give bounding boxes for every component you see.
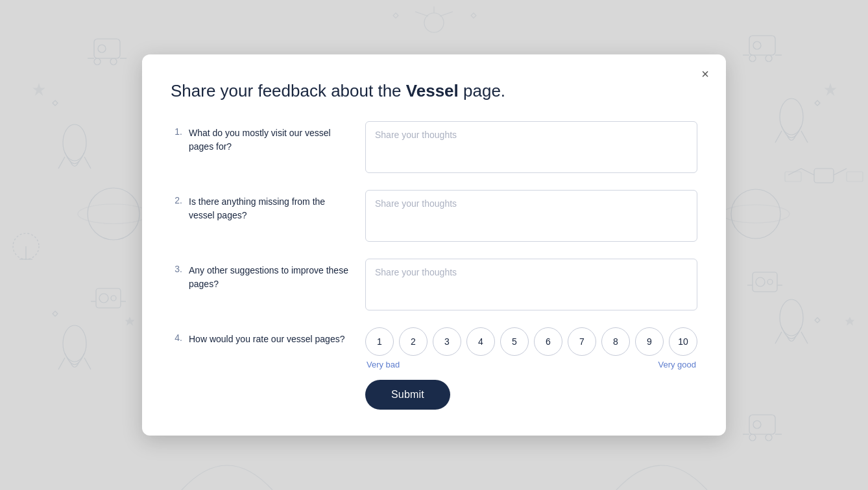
question-3-right: [365, 259, 697, 313]
modal-overlay: × Share your feedback about the Vessel p…: [0, 0, 868, 490]
rating-circles: 12345678910: [365, 327, 697, 356]
rating-circle-10[interactable]: 10: [669, 327, 697, 356]
submit-button[interactable]: Submit: [365, 380, 450, 410]
rating-circle-5[interactable]: 5: [500, 327, 529, 356]
rating-left: 4. How would you rate our vessel pages?: [171, 327, 352, 346]
title-bold: Vessel: [406, 81, 459, 100]
rating-number: 4.: [171, 332, 182, 343]
title-suffix: page.: [459, 81, 505, 100]
rating-text: How would you rate our vessel pages?: [189, 332, 344, 346]
rating-circle-9[interactable]: 9: [635, 327, 664, 356]
modal-title: Share your feedback about the Vessel pag…: [171, 80, 697, 102]
rating-section: 4. How would you rate our vessel pages? …: [171, 327, 697, 369]
rating-label-low: Very bad: [367, 360, 400, 369]
rating-labels: Very bad Very good: [365, 360, 697, 369]
question-3-row: 3. Any other suggestions to improve thes…: [171, 259, 697, 313]
question-1-left: 1. What do you mostly visit our vessel p…: [171, 121, 352, 154]
rating-circle-6[interactable]: 6: [534, 327, 562, 356]
question-1-input[interactable]: [365, 121, 697, 173]
rating-circle-4[interactable]: 4: [466, 327, 495, 356]
question-3-number: 3.: [171, 264, 182, 274]
close-button[interactable]: ×: [697, 65, 713, 83]
rating-circle-3[interactable]: 3: [433, 327, 461, 356]
question-2-number: 2.: [171, 195, 182, 205]
question-2-input[interactable]: [365, 190, 697, 242]
question-1-row: 1. What do you mostly visit our vessel p…: [171, 121, 697, 176]
rating-right: 12345678910 Very bad Very good: [365, 327, 697, 369]
submit-area: Submit: [171, 380, 697, 410]
rating-circle-2[interactable]: 2: [399, 327, 428, 356]
rating-circle-7[interactable]: 7: [568, 327, 596, 356]
rating-label-high: Very good: [658, 360, 696, 369]
question-3-left: 3. Any other suggestions to improve thes…: [171, 259, 352, 291]
question-1-text: What do you mostly visit our vessel page…: [189, 126, 352, 154]
title-prefix: Share your feedback about the: [171, 81, 406, 100]
rating-circle-8[interactable]: 8: [601, 327, 630, 356]
question-2-left: 2. Is there anything missing from the ve…: [171, 190, 352, 222]
rating-circle-1[interactable]: 1: [365, 327, 394, 356]
question-3-input[interactable]: [365, 259, 697, 310]
question-2-right: [365, 190, 697, 244]
question-1-number: 1.: [171, 126, 182, 137]
question-2-row: 2. Is there anything missing from the ve…: [171, 190, 697, 244]
question-3-text: Any other suggestions to improve these p…: [189, 264, 352, 291]
feedback-modal: × Share your feedback about the Vessel p…: [142, 54, 726, 436]
question-1-right: [365, 121, 697, 176]
question-2-text: Is there anything missing from the vesse…: [189, 195, 352, 222]
